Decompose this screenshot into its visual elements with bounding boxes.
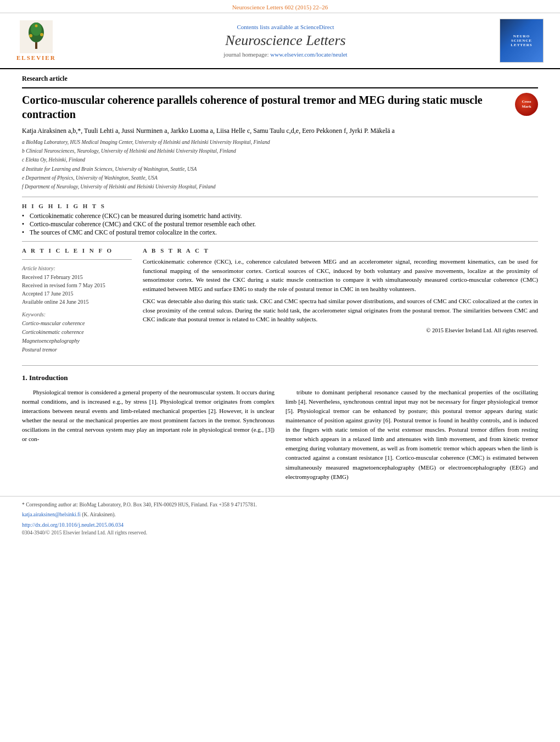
article-title: Cortico-muscular coherence parallels coh…: [22, 93, 538, 121]
elsevier-text: ELSEVIER: [16, 54, 56, 61]
keywords-block: Keywords: Cortico-muscular coherence Cor…: [22, 311, 132, 354]
journal-citation-bar: Neuroscience Letters 602 (2015) 22–26: [0, 0, 560, 13]
authors: Katja Airaksinen a,b,*, Tuuli Lehti a, J…: [22, 127, 538, 135]
email-note: katja.airaksinen@helsinki.fi (K. Airaksi…: [22, 511, 538, 518]
elsevier-logo-area: ELSEVIER: [16, 20, 82, 61]
doi-link[interactable]: http://dx.doi.org/10.1016/j.neulet.2015.…: [22, 521, 538, 529]
journal-name-area: Contents lists available at ScienceDirec…: [82, 24, 489, 58]
title-divider-top: [22, 87, 538, 88]
highlight-item-1: Corticokinematic coherence (CKC) can be …: [22, 213, 538, 219]
highlights-divider-top: [22, 197, 538, 197]
article-info-divider: [22, 241, 538, 242]
abstract-text: Corticokinematic coherence (CKC), i.e., …: [143, 257, 538, 324]
article-type: Research article: [22, 75, 538, 83]
sciencedirect-link[interactable]: ScienceDirect: [300, 24, 334, 30]
keywords-label: Keywords:: [22, 311, 132, 317]
footer: * Corresponding author at: BioMag Labora…: [0, 496, 560, 540]
info-abstract-columns: A R T I C L E I N F O Article history: R…: [22, 247, 538, 360]
journal-citation: Neuroscience Letters 602 (2015) 22–26: [232, 4, 328, 10]
abstract-para-2: CKC was detectable also during this stat…: [143, 297, 538, 324]
intro-columns: Physiological tremor is considered a gen…: [22, 388, 538, 484]
history-label: Article history:: [22, 265, 132, 271]
highlight-item-3: The sources of CMC and CKC of postural t…: [22, 229, 538, 236]
keyword-3: Magnetoencephalography: [22, 337, 132, 345]
elsevier-tree-icon: [20, 20, 53, 53]
affiliation-b: b Clinical Neurosciences, Neurology, Uni…: [22, 147, 538, 155]
crossmark-icon: CrossMark: [515, 93, 538, 116]
affiliation-a: a BioMag Laboratory, HUS Medical Imaging…: [22, 138, 538, 147]
affiliation-f: f Department of Neurology, University of…: [22, 183, 538, 191]
journal-thumbnail-area: NEUROSCIENCELETTERS: [489, 19, 544, 63]
intro-title: 1. Introduction: [22, 373, 538, 382]
journal-thumbnail: NEUROSCIENCELETTERS: [500, 19, 544, 63]
svg-point-5: [40, 33, 43, 36]
keyword-1: Cortico-muscular coherence: [22, 319, 132, 328]
journal-title: Neuroscience Letters: [82, 32, 489, 49]
abstract-para-1: Corticokinematic coherence (CKC), i.e., …: [143, 257, 538, 293]
svg-rect-1: [35, 42, 37, 49]
journal-header: ELSEVIER Contents lists available at Sci…: [0, 13, 560, 69]
affiliation-c: c Elekta Oy, Helsinki, Finland: [22, 156, 538, 164]
keyword-4: Postural tremor: [22, 345, 132, 354]
revised-date: Received in revised form 7 May 2015: [22, 281, 132, 289]
corresponding-author-note: * Corresponding author at: BioMag Labora…: [22, 501, 538, 509]
crossmark-badge: CrossMark: [515, 93, 538, 116]
svg-point-4: [29, 34, 32, 37]
article-history-block: Article history: Received 17 February 20…: [22, 265, 132, 306]
contents-available-text: Contents lists available at ScienceDirec…: [82, 24, 489, 30]
accepted-date: Accepted 17 June 2015: [22, 289, 132, 298]
intro-col-right: tribute to dominant peripheral resonance…: [285, 388, 538, 484]
intro-text-right: tribute to dominant peripheral resonance…: [285, 388, 538, 481]
author-email[interactable]: katja.airaksinen@helsinki.fi: [22, 512, 81, 517]
intro-col-left: Physiological tremor is considered a gen…: [22, 388, 275, 484]
affiliation-d: d Institute for Learning and Brain Scien…: [22, 165, 538, 174]
available-date: Available online 24 June 2015: [22, 298, 132, 306]
keyword-2: Corticokinematic coherence: [22, 328, 132, 337]
body-divider: [22, 365, 538, 366]
journal-homepage-link[interactable]: www.elsevier.com/locate/neulet: [270, 51, 347, 58]
affiliations: a BioMag Laboratory, HUS Medical Imaging…: [22, 138, 538, 191]
received-date: Received 17 February 2015: [22, 273, 132, 281]
highlight-item-2: Cortico-muscular coherence (CMC) and CKC…: [22, 221, 538, 227]
journal-homepage: journal homepage: www.elsevier.com/locat…: [82, 51, 489, 58]
elsevier-logo: ELSEVIER: [16, 20, 56, 61]
highlights-section: H I G H L I G H T S Corticokinematic coh…: [22, 203, 538, 236]
info-inner-divider: [22, 259, 132, 260]
issn-line: 0304-3940/© 2015 Elsevier Ireland Ltd. A…: [22, 529, 538, 537]
highlights-header: H I G H L I G H T S: [22, 203, 538, 209]
abstract-copyright: © 2015 Elsevier Ireland Ltd. All rights …: [143, 327, 538, 333]
highlights-list: Corticokinematic coherence (CKC) can be …: [22, 213, 538, 236]
abstract-column: A B S T R A C T Corticokinematic coheren…: [143, 247, 538, 360]
introduction-section: 1. Introduction Physiological tremor is …: [22, 373, 538, 484]
article-info-header: A R T I C L E I N F O: [22, 247, 132, 254]
abstract-header: A B S T R A C T: [143, 247, 538, 254]
intro-text-left: Physiological tremor is considered a gen…: [22, 388, 275, 444]
svg-point-6: [35, 25, 37, 27]
main-content: Research article Cortico-muscular cohere…: [0, 69, 560, 496]
affiliation-e: e Department of Physics, University of W…: [22, 174, 538, 182]
article-info-column: A R T I C L E I N F O Article history: R…: [22, 247, 132, 360]
